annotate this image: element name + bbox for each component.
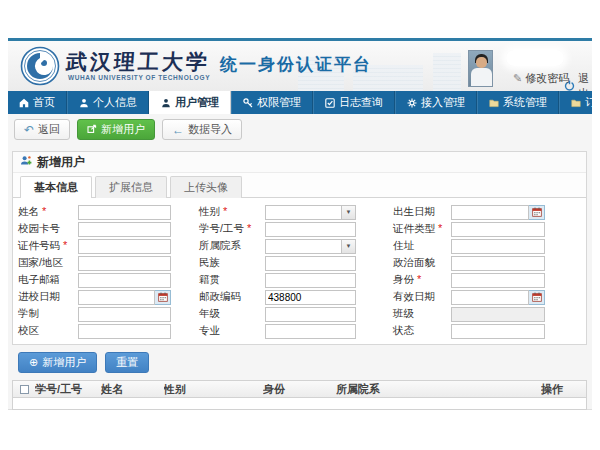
field-label-id-type: 证件类型*: [393, 222, 451, 236]
field-label-campus: 校区: [18, 324, 78, 338]
birthdate-input[interactable]: [451, 205, 529, 220]
nav-label: 接入管理: [421, 95, 465, 110]
tab-upload-avatar[interactable]: 上传头像: [170, 176, 242, 198]
field-label-major: 专业: [199, 324, 265, 338]
nav-item-system-management[interactable]: 系统管理: [477, 91, 559, 114]
field-label-native-place: 籍贯: [199, 273, 265, 287]
calendar-icon[interactable]: [529, 290, 545, 305]
content-area: ↶ 返回 新增用户 ← 数据导入 新增用户 基本信息 扩展信息 上传头像: [8, 114, 592, 410]
nav-item-home[interactable]: 首页: [8, 91, 67, 114]
calendar-icon[interactable]: [529, 205, 545, 220]
political-status-input[interactable]: [451, 256, 545, 271]
new-window-plus-icon: [87, 124, 97, 136]
select-all-checkbox[interactable]: [20, 385, 29, 394]
postal-code-input[interactable]: [265, 290, 356, 305]
required-marker: *: [223, 205, 227, 217]
native-place-input[interactable]: [265, 273, 356, 288]
field-label-student-id: 学号/工号*: [199, 222, 265, 236]
platform-title: 统一身份认证平台: [220, 53, 372, 76]
campus-input[interactable]: [78, 324, 171, 339]
field-label-name: 姓名*: [18, 205, 78, 219]
data-import-button[interactable]: ← 数据导入: [162, 119, 242, 140]
home-icon: [19, 98, 29, 108]
address-input[interactable]: [451, 239, 545, 254]
gender-select[interactable]: [265, 205, 342, 220]
nav-label: 用户管理: [175, 95, 219, 110]
class-input[interactable]: [451, 307, 545, 322]
form-row: 学制 年级 班级: [18, 307, 581, 321]
change-password-label: 修改密码: [525, 71, 569, 86]
field-label-address: 住址: [393, 239, 451, 253]
status-input[interactable]: [451, 324, 545, 339]
id-number-input[interactable]: [78, 239, 171, 254]
tab-extended-info[interactable]: 扩展信息: [95, 176, 167, 198]
id-type-input[interactable]: [451, 222, 545, 237]
form-row: 电子邮箱 籍贯 身份*: [18, 273, 581, 287]
col-name: 姓名: [101, 382, 164, 397]
basic-info-form: 姓名* 性别* ▼ 出生日期 校园卡号 学号/工号* 证件类型*: [18, 205, 581, 341]
users-table: 学号/工号 姓名 性别 身份 所属院系 操作: [12, 380, 587, 410]
nav-item-log-query[interactable]: 日志查询: [313, 91, 395, 114]
avatar-face: [476, 57, 487, 68]
redacted-username: [506, 50, 564, 66]
name-input[interactable]: [78, 205, 171, 220]
user-avatar: [468, 50, 493, 87]
add-user-toolbar-button[interactable]: 新增用户: [77, 119, 155, 140]
field-label-valid-date: 有效日期: [393, 290, 451, 304]
col-gender: 性别: [164, 382, 263, 397]
change-password-link[interactable]: ✎ 修改密码: [513, 71, 569, 86]
reset-button[interactable]: 重置: [105, 352, 149, 373]
calendar-icon[interactable]: [155, 290, 171, 305]
nav-item-permission-management[interactable]: 权限管理: [231, 91, 313, 114]
field-label-campus-card: 校园卡号: [18, 222, 78, 236]
chevron-down-icon[interactable]: ▼: [342, 239, 356, 254]
field-label-birthdate: 出生日期: [393, 205, 451, 219]
field-label-email: 电子邮箱: [18, 273, 78, 287]
person-icon: [79, 98, 89, 108]
valid-date-input[interactable]: [451, 290, 529, 305]
email-input[interactable]: [78, 273, 171, 288]
data-import-label: 数据导入: [188, 122, 232, 137]
identity-input[interactable]: [451, 273, 545, 288]
back-button[interactable]: ↶ 返回: [14, 119, 70, 140]
education-length-input[interactable]: [78, 307, 171, 322]
form-row: 姓名* 性别* ▼ 出生日期: [18, 205, 581, 219]
university-name-cn: 武汉理工大学: [65, 48, 211, 76]
department-select[interactable]: [265, 239, 342, 254]
tab-basic-info[interactable]: 基本信息: [20, 176, 92, 198]
pencil-icon: ✎: [513, 72, 522, 85]
col-department: 所属院系: [336, 382, 541, 397]
entry-date-input[interactable]: [78, 290, 155, 305]
field-label-education-length: 学制: [18, 307, 78, 321]
field-label-grade: 年级: [199, 307, 265, 321]
nav-label: 首页: [33, 95, 55, 110]
country-input[interactable]: [78, 256, 171, 271]
nav-item-access-management[interactable]: 接入管理: [395, 91, 477, 114]
grade-input[interactable]: [265, 307, 356, 322]
form-actions: ⊕ 新增用户 重置: [18, 352, 149, 373]
chevron-down-icon[interactable]: ▼: [342, 205, 356, 220]
nav-item-subscription-management[interactable]: 订阅管理: [559, 91, 600, 114]
form-row: 证件号码* 所属院系 ▼ 住址: [18, 239, 581, 253]
folder-icon: [571, 98, 581, 108]
required-marker: *: [63, 239, 67, 251]
form-row: 进校日期 邮政编码 有效日期: [18, 290, 581, 304]
log-check-icon: [325, 98, 335, 108]
university-logo-icon: [20, 46, 60, 90]
student-id-input[interactable]: [265, 222, 356, 237]
panel-tabs: 基本信息 扩展信息 上传头像: [13, 173, 586, 198]
major-input[interactable]: [265, 324, 356, 339]
field-label-ethnicity: 民族: [199, 256, 265, 270]
nav-item-user-management[interactable]: 用户管理: [149, 91, 231, 114]
nav-item-personal-info[interactable]: 个人信息: [67, 91, 149, 114]
ethnicity-input[interactable]: [265, 256, 356, 271]
nav-label: 系统管理: [503, 95, 547, 110]
form-row: 校园卡号 学号/工号* 证件类型*: [18, 222, 581, 236]
add-user-submit-button[interactable]: ⊕ 新增用户: [18, 352, 97, 373]
campus-card-input[interactable]: [78, 222, 171, 237]
panel-title: 新增用户: [37, 154, 85, 171]
nav-label: 订阅管理: [585, 95, 600, 110]
logout-label: 退出: [578, 71, 592, 91]
key-icon: [243, 98, 253, 108]
logout-link[interactable]: 退出: [564, 71, 592, 91]
